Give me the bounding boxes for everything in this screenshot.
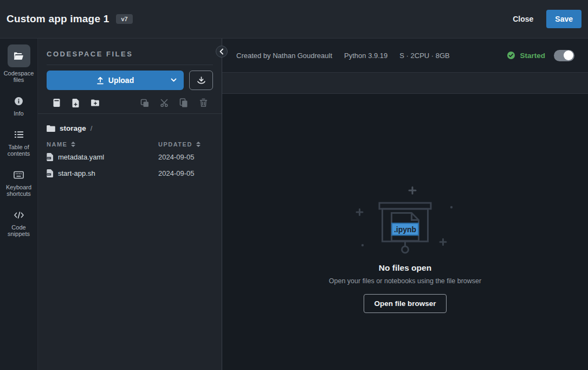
page-title: Custom app image 1 — [7, 13, 109, 25]
chevron-down-icon[interactable] — [170, 76, 177, 85]
sort-icon — [71, 142, 75, 147]
sidebar-item-label: Codespace files — [2, 70, 36, 83]
sidebar-item-label: Code snippets — [2, 224, 36, 237]
paste-icon[interactable] — [179, 98, 188, 107]
sidebar-item-keyboard-shortcuts[interactable]: Keyboard shortcuts — [0, 168, 37, 197]
breadcrumb-folder[interactable]: storage — [60, 124, 86, 132]
image-info: Created by Nathan Goudreault Python 3.9.… — [236, 52, 450, 60]
chevron-left-icon — [219, 48, 224, 55]
folder-icon — [47, 125, 55, 132]
column-header-updated[interactable]: UPDATED — [158, 141, 201, 148]
main-area: Created by Nathan Goudreault Python 3.9.… — [222, 39, 588, 370]
sort-icon — [196, 142, 201, 147]
new-folder-icon[interactable] — [91, 98, 100, 107]
sidebar-item-label: Info — [14, 110, 23, 117]
header-actions: Close Save — [505, 10, 581, 28]
file-name: start-app.sh — [58, 169, 95, 177]
folder-open-icon — [8, 44, 30, 67]
sidebar-item-label: Table of contents — [2, 144, 36, 157]
status-group: Started — [507, 50, 574, 61]
duplicate-icon[interactable] — [140, 98, 149, 107]
started-toggle[interactable] — [554, 50, 574, 61]
info-icon — [8, 94, 30, 107]
breadcrumb: storage / — [38, 114, 222, 132]
file-updated: 2024-09-05 — [158, 169, 195, 177]
collapse-panel-button[interactable] — [216, 46, 228, 58]
new-file-icon[interactable] — [72, 98, 80, 107]
toolbar-edit-group — [140, 98, 208, 107]
file-updated: 2024-09-05 — [158, 153, 195, 161]
file-name: metadata.yaml — [58, 153, 104, 161]
sidebar-item-table-of-contents[interactable]: Table of contents — [0, 128, 37, 157]
delete-icon[interactable] — [199, 98, 208, 107]
codespace-files-panel: CODESPACE FILES Upload — [38, 39, 222, 370]
sidebar-item-code-snippets[interactable]: Code snippets — [0, 208, 37, 237]
sidebar-item-codespace-files[interactable]: Codespace files — [0, 44, 37, 83]
table-row[interactable]: start-app.sh 2024-09-05 — [47, 165, 213, 181]
app-window: Custom app image 1 v7 Close Save Codespa… — [0, 0, 588, 370]
save-button[interactable]: Save — [546, 10, 581, 28]
upload-label: Upload — [108, 76, 134, 85]
new-notebook-icon[interactable] — [52, 98, 61, 107]
open-file-browser-button[interactable]: Open file browser — [364, 294, 446, 313]
file-table: NAME UPDATED metadata.yaml 2024-09-05 — [47, 140, 213, 181]
download-button[interactable] — [189, 71, 213, 90]
check-circle-icon — [507, 51, 515, 60]
toolbar-create-group — [52, 98, 100, 107]
file-icon — [47, 169, 54, 177]
sidebar-item-info[interactable]: Info — [0, 94, 37, 117]
toggle-knob — [564, 50, 573, 60]
app-header: Custom app image 1 v7 Close Save — [0, 0, 588, 39]
column-label: NAME — [47, 141, 67, 148]
table-header: NAME UPDATED — [47, 140, 213, 149]
python-version-text: Python 3.9.19 — [344, 52, 387, 60]
close-button[interactable]: Close — [505, 10, 541, 28]
cut-icon[interactable] — [160, 98, 169, 107]
panel-title-divider — [47, 65, 213, 65]
file-icon — [47, 153, 54, 161]
list-icon — [8, 128, 30, 141]
upload-button[interactable]: Upload — [47, 71, 184, 90]
code-icon — [8, 208, 30, 221]
file-toolbar — [52, 98, 208, 107]
sidebar-item-label: Keyboard shortcuts — [2, 184, 36, 197]
created-by-text: Created by Nathan Goudreault — [236, 52, 332, 60]
upload-row: Upload — [47, 71, 213, 90]
download-icon — [197, 76, 206, 85]
panel-title: CODESPACE FILES — [38, 39, 222, 65]
column-header-name[interactable]: NAME — [47, 141, 158, 148]
no-files-illustration: .ipynb — [353, 185, 457, 256]
file-type-badge: .ipynb — [393, 225, 416, 234]
column-label: UPDATED — [158, 141, 192, 148]
empty-state-subtitle: Open your files or notebooks using the f… — [329, 277, 481, 285]
table-row[interactable]: metadata.yaml 2024-09-05 — [47, 149, 213, 165]
title-wrap: Custom app image 1 v7 — [7, 13, 133, 25]
keyboard-icon — [8, 168, 30, 181]
breadcrumb-separator: / — [91, 124, 93, 132]
app-body: Codespace files Info Table of contents K… — [0, 39, 588, 370]
version-badge: v7 — [116, 14, 132, 24]
editor-empty-state: .ipynb No files open Open your files or … — [222, 94, 588, 370]
empty-state-title: No files open — [379, 263, 431, 273]
status-badge: Started — [520, 52, 545, 60]
file-tab-strip — [222, 73, 588, 94]
upload-icon — [96, 76, 104, 85]
resources-text: S · 2CPU · 8GB — [399, 52, 449, 60]
info-bar: Created by Nathan Goudreault Python 3.9.… — [222, 39, 588, 73]
nav-sidebar: Codespace files Info Table of contents K… — [0, 39, 38, 370]
